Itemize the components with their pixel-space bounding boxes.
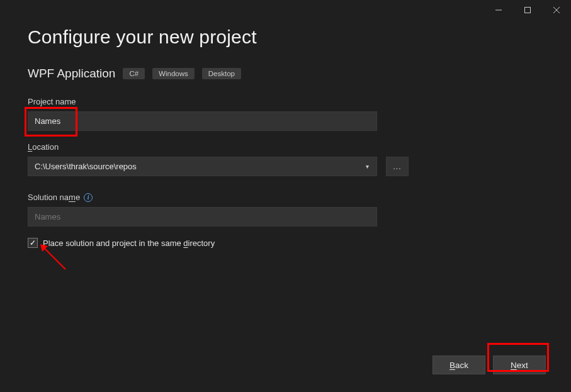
close-button[interactable] [542, 0, 571, 20]
browse-button[interactable]: ... [386, 157, 409, 176]
place-same-dir-label: Place solution and project in the same d… [43, 238, 215, 248]
project-name-input[interactable] [28, 111, 377, 131]
place-same-dir-checkbox[interactable]: ✓ [28, 238, 38, 248]
place-same-dir-row[interactable]: ✓ Place solution and project in the same… [28, 238, 543, 248]
location-combo[interactable]: C:\Users\thrak\source\repos ▾ [28, 157, 377, 176]
next-button[interactable]: Next [493, 356, 546, 374]
maximize-button[interactable] [513, 0, 542, 20]
info-icon[interactable]: i [84, 193, 93, 202]
template-name: WPF Application [28, 67, 115, 81]
project-name-label: Project name [28, 97, 543, 106]
location-label: Location [28, 142, 543, 152]
template-tag: Desktop [202, 68, 241, 79]
template-tag: Windows [152, 68, 195, 79]
template-info: WPF Application C# Windows Desktop [28, 67, 543, 81]
solution-name-input [28, 207, 377, 227]
solution-name-label: Solution name i [28, 193, 543, 202]
back-button[interactable]: Back [432, 356, 485, 374]
location-value: C:\Users\thrak\source\repos [35, 162, 137, 171]
chevron-down-icon: ▾ [361, 163, 373, 170]
template-tag: C# [123, 68, 145, 79]
minimize-button[interactable] [484, 0, 513, 20]
svg-line-4 [43, 247, 65, 269]
svg-rect-1 [525, 8, 531, 13]
page-title: Configure your new project [28, 26, 543, 48]
titlebar [0, 0, 571, 20]
